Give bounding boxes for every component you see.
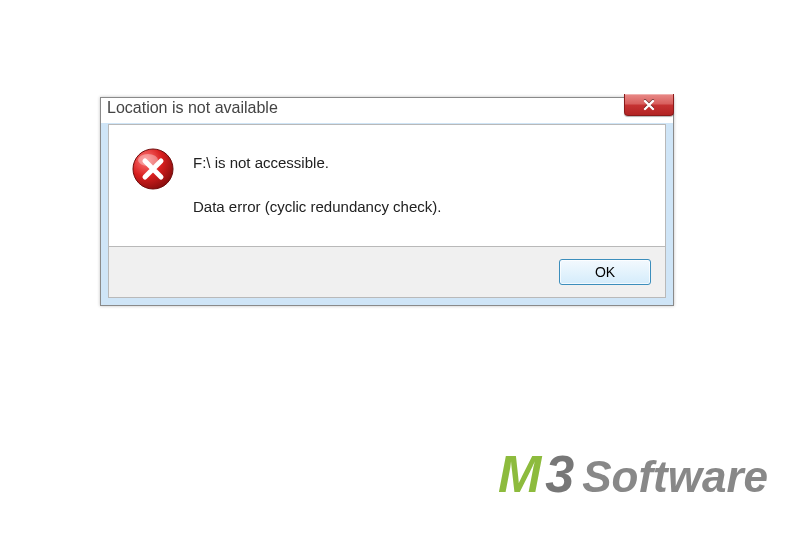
title-bar: Location is not available [101, 98, 673, 124]
dialog-frame: F:\ is not accessible. Data error (cycli… [101, 124, 673, 305]
message-secondary: Data error (cyclic redundancy check). [193, 197, 647, 217]
watermark-text: Software [582, 452, 768, 502]
error-icon [131, 147, 175, 194]
dialog-body: F:\ is not accessible. Data error (cycli… [108, 124, 666, 246]
watermark-m: M [498, 444, 539, 504]
dialog-title: Location is not available [107, 99, 278, 117]
close-icon [642, 99, 656, 111]
error-dialog: Location is not available [100, 97, 674, 306]
message-primary: F:\ is not accessible. [193, 153, 647, 173]
button-row: OK [108, 246, 666, 298]
message-block: F:\ is not accessible. Data error (cycli… [193, 147, 647, 216]
close-button[interactable] [624, 94, 674, 116]
watermark: M3 Software [498, 444, 768, 504]
ok-button[interactable]: OK [559, 259, 651, 285]
watermark-3: 3 [545, 444, 572, 504]
